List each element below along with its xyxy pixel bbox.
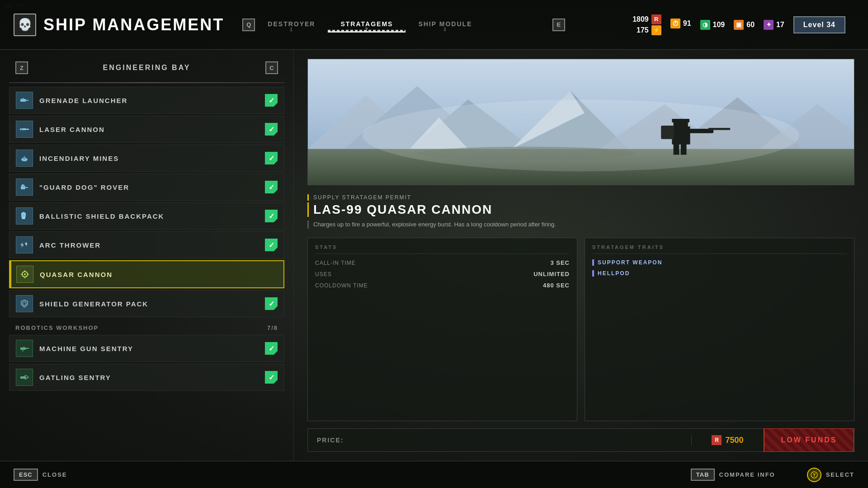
svg-rect-16 xyxy=(26,348,29,349)
gatling-icon xyxy=(16,369,33,386)
trait-2: HELLPOD xyxy=(592,270,847,277)
list-item-machine-gun[interactable]: MACHINE GUN SENTRY ✓ xyxy=(9,335,284,362)
main-content: Z ENGINEERING BAY C GRENADE LAUNCHER ✓ xyxy=(0,50,868,461)
list-item-shield-gen[interactable]: SHIELD GENERATOR PACK ✓ xyxy=(9,290,284,317)
stat-callin: CALL-IN TIME 3 SEC xyxy=(315,259,570,266)
resources-bar: 1809 R 175 ⚡ ⏱ 91 ◑ 109 xyxy=(632,14,845,35)
header: 💀 SHIP MANAGEMENT Q DESTROYER 1 STRATAGE… xyxy=(0,0,868,50)
svg-rect-18 xyxy=(22,350,24,352)
trait1-marker xyxy=(592,259,594,266)
gatling-name: GATLING SENTRY xyxy=(39,374,265,381)
list-item-grenade-launcher[interactable]: GRENADE LAUNCHER ✓ xyxy=(9,87,284,114)
cat1-name: ENGINEERING BAY xyxy=(28,64,265,72)
price-row: PRICE: R 7500 LOW FUNDS xyxy=(307,428,854,452)
trait-1: SUPPORT WEAPON xyxy=(592,259,847,266)
nav-left-key[interactable]: Q xyxy=(242,19,255,31)
price-value: 7500 xyxy=(725,436,743,445)
left-panel: Z ENGINEERING BAY C GRENADE LAUNCHER ✓ xyxy=(0,50,294,461)
screen: 145 FPS 💀 SHIP MANAGEMENT Q DESTROYER 1 … xyxy=(0,0,868,488)
select-action[interactable]: Y SELECT xyxy=(807,468,854,482)
check-icon-guard-dog: ✓ xyxy=(265,181,278,193)
svg-rect-40 xyxy=(681,144,687,155)
tab-destroyer[interactable]: DESTROYER 1 xyxy=(255,17,328,33)
list-item-shield-backpack[interactable]: BALLISTIC SHIELD BACKPACK ✓ xyxy=(9,202,284,230)
svg-point-14 xyxy=(23,302,26,305)
low-funds-button[interactable]: LOW FUNDS xyxy=(764,428,854,452)
check-icon-shield: ✓ xyxy=(265,210,278,222)
svg-rect-38 xyxy=(672,119,689,122)
stats-title: STATS xyxy=(315,244,570,254)
list-item-guard-dog[interactable]: "GUARD DOG" ROVER ✓ xyxy=(9,174,284,201)
guard-dog-icon xyxy=(16,178,33,196)
compare-label: COMPARE INFO xyxy=(719,471,775,478)
tab-stratagems[interactable]: STRATAGEMS 2 xyxy=(328,17,406,33)
svg-point-21 xyxy=(25,377,27,378)
laser-cannon-name: LASER CANNON xyxy=(39,126,265,133)
svg-rect-42 xyxy=(708,128,730,130)
stat-uses: USES UNLIMITED xyxy=(315,271,570,277)
incendiary-mines-icon xyxy=(16,150,33,167)
laser-cannon-icon xyxy=(16,121,33,138)
req-icon: R xyxy=(651,14,661,24)
check-icon-mines: ✓ xyxy=(265,152,278,164)
svg-rect-2 xyxy=(22,98,24,99)
incendiary-mines-name: INCENDIARY MINES xyxy=(39,155,265,162)
svg-rect-22 xyxy=(28,377,29,378)
res4-icon: ✦ xyxy=(764,20,774,30)
bottom-right: TAB COMPARE INFO Y SELECT xyxy=(691,468,854,482)
req-amount: 1809 xyxy=(632,15,649,23)
check-icon-arc: ✓ xyxy=(265,239,278,251)
item-image xyxy=(307,59,854,185)
svg-rect-39 xyxy=(674,144,679,155)
traits-box: STRATAGEM TRAITS SUPPORT WEAPON HELLPOD xyxy=(585,238,854,421)
tab-ship-module[interactable]: SHIP MODULE 3 xyxy=(406,17,485,33)
permit-label: SUPPLY STRATAGEM PERMIT xyxy=(307,194,854,201)
svg-point-35 xyxy=(363,99,799,171)
svg-point-5 xyxy=(20,128,22,130)
shield-gen-icon xyxy=(16,295,33,312)
nav-tabs: DESTROYER 1 STRATAGEMS 2 SHIP MODULE 3 xyxy=(255,17,485,33)
close-key[interactable]: ESC xyxy=(14,469,38,481)
check-icon-laser: ✓ xyxy=(265,123,278,136)
quasar-cannon-name: QUASAR CANNON xyxy=(40,271,277,278)
check-icon-shield-gen: ✓ xyxy=(265,297,278,310)
trait2-marker xyxy=(592,270,594,277)
shield-backpack-icon xyxy=(16,207,33,225)
arc-thrower-name: ARC THROWER xyxy=(39,241,265,249)
list-item-laser-cannon[interactable]: LASER CANNON ✓ xyxy=(9,116,284,143)
guard-dog-name: "GUARD DOG" ROVER xyxy=(39,183,265,191)
res3-icon: ▣ xyxy=(734,20,744,30)
svg-rect-17 xyxy=(23,347,25,348)
req-sub-icon: ⚡ xyxy=(651,25,661,35)
compare-key[interactable]: TAB xyxy=(691,469,715,481)
category2-header: ROBOTICS WORKSHOP 7/8 xyxy=(9,319,284,335)
resource-2: ◑ 109 xyxy=(700,20,725,30)
svg-rect-15 xyxy=(20,347,26,350)
nav-right-key[interactable]: E xyxy=(552,19,565,31)
cat2-name: ROBOTICS WORKSHOP xyxy=(15,324,99,331)
page-title: SHIP MANAGEMENT xyxy=(43,15,224,34)
svg-point-13 xyxy=(24,273,26,275)
select-icon: Y xyxy=(807,468,821,482)
list-item-incendiary-mines[interactable]: INCENDIARY MINES ✓ xyxy=(9,145,284,172)
category1-header: Z ENGINEERING BAY C xyxy=(9,57,284,79)
machine-gun-name: MACHINE GUN SENTRY xyxy=(39,345,265,352)
cat1-divider xyxy=(9,82,284,83)
item-title: LAS-99 QUASAR CANNON xyxy=(307,202,854,217)
resource-3: ▣ 60 xyxy=(734,20,755,30)
cat1-key-right[interactable]: C xyxy=(265,61,278,74)
shield-backpack-name: BALLISTIC SHIELD BACKPACK xyxy=(39,212,265,220)
skull-icon: 💀 xyxy=(14,14,36,36)
list-item-arc-thrower[interactable]: ARC THROWER ✓ xyxy=(9,231,284,258)
svg-point-9 xyxy=(22,185,24,186)
list-item-quasar-cannon[interactable]: QUASAR CANNON xyxy=(9,260,284,288)
right-panel: SUPPLY STRATAGEM PERMIT LAS-99 QUASAR CA… xyxy=(294,50,868,461)
select-label: SELECT xyxy=(826,471,854,478)
res2-icon: ◑ xyxy=(700,20,710,30)
item-desc: Charges up to fire a powerful, explosive… xyxy=(307,221,854,229)
price-currency-icon: R xyxy=(712,435,722,445)
cat1-key-left[interactable]: Z xyxy=(15,61,28,74)
list-item-gatling[interactable]: GATLING SENTRY ✓ xyxy=(9,364,284,391)
level-badge: Level 34 xyxy=(793,16,845,33)
check-icon-machine-gun: ✓ xyxy=(265,342,278,355)
